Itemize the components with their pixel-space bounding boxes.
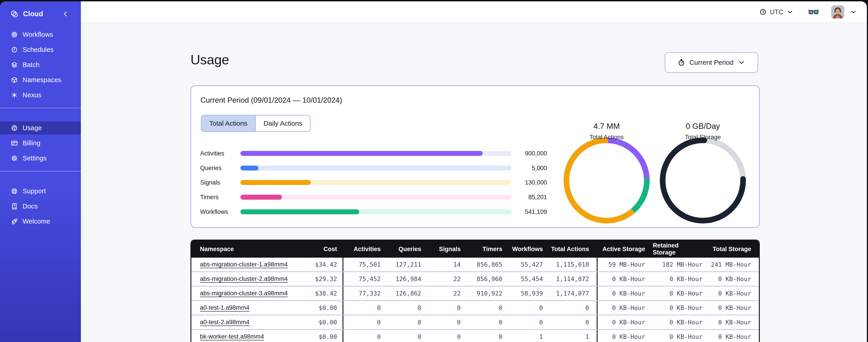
sidebar: Cloud WorkflowsSchedulesBatchNamespacesN… <box>0 1 81 342</box>
cell-ns: abs-migration-cluster-1.a98mm4 <box>191 258 290 271</box>
cell-ns: abs-migration-cluster-2.a98mm4 <box>191 272 290 286</box>
cell-act: 75,501 <box>342 258 389 271</box>
usage-icon <box>11 125 18 132</box>
column-header-sig: Signals <box>429 240 468 258</box>
table-row: abs-migration-cluster-2.a98mm4$29.3275,4… <box>191 272 759 286</box>
avatar[interactable] <box>831 5 844 19</box>
settings-icon <box>11 155 18 162</box>
sidebar-item-settings[interactable]: Settings <box>0 151 81 165</box>
sidebar-item-schedules[interactable]: Schedules <box>0 43 81 56</box>
app-window: Cloud WorkflowsSchedulesBatchNamespacesN… <box>0 1 867 342</box>
total-storage-label: Total Storage <box>685 134 721 141</box>
namespace-link[interactable]: abs-migration-cluster-1.a98mm4 <box>200 261 288 268</box>
sidebar-item-label: Nexus <box>23 91 41 99</box>
cell-ta: 1,114,872 <box>551 272 597 286</box>
bar-value: 130,000 <box>512 179 547 186</box>
sidebar-item-usage[interactable]: Usage <box>0 122 81 134</box>
cell-cost: $38.42 <box>290 286 342 300</box>
cell-qry: 0 <box>389 301 429 315</box>
cell-qry: 126,862 <box>389 286 429 300</box>
bar-fill <box>240 151 483 156</box>
sidebar-item-workflows[interactable]: Workflows <box>0 28 81 41</box>
stopwatch-icon <box>678 59 685 66</box>
cell-tim: 0 <box>468 330 510 342</box>
sidebar-item-label: Support <box>23 187 46 195</box>
cell-as: 59 MB-Hour <box>597 258 653 271</box>
cell-act: 0 <box>342 315 389 329</box>
cell-ta: 1,115,018 <box>551 258 597 271</box>
table-row: abs-migration-cluster-1.a98mm4$34.4275,5… <box>191 258 759 272</box>
cell-ta: 0 <box>551 301 597 315</box>
tab-total-actions[interactable]: Total Actions <box>202 115 256 131</box>
namespace-link[interactable]: abs-migration-cluster-3.a98mm4 <box>200 290 288 297</box>
namespace-link[interactable]: bk-worker-test.a98mm4 <box>200 333 264 340</box>
cell-cost: $0.00 <box>290 330 342 342</box>
namespace-link[interactable]: a0-test-1.a98mm4 <box>200 304 249 311</box>
bar-label: Workflows <box>200 208 240 215</box>
cell-qry: 0 <box>389 330 429 342</box>
table-header-row: NamespaceCostActivitiesQueriesSignalsTim… <box>191 240 759 258</box>
sidebar-item-batch[interactable]: Batch <box>0 58 81 71</box>
cell-tim: 0 <box>468 301 510 315</box>
sidebar-item-label: Billing <box>23 139 40 147</box>
cell-wf: 1 <box>510 330 550 342</box>
table-row: a0-test-2.a98mm4$0.000000000 KB-Hour0 KB… <box>191 315 759 330</box>
sidebar-divider <box>0 171 81 171</box>
sidebar-item-welcome[interactable]: Welcome <box>0 215 81 228</box>
sidebar-item-label: Namespaces <box>23 76 61 84</box>
bar-label: Queries <box>200 165 240 172</box>
bar-fill <box>240 195 282 200</box>
table-row: a0-test-1.a98mm4$0.000000000 KB-Hour0 KB… <box>191 301 759 315</box>
cell-ta: 1 <box>551 330 597 342</box>
cell-as: 0 KB-Hour <box>597 315 653 329</box>
cell-ns: abs-migration-cluster-3.a98mm4 <box>191 286 290 300</box>
cell-rs: 0 KB-Hour <box>653 301 710 315</box>
sidebar-collapse-button[interactable] <box>61 10 70 18</box>
cell-ta: 1,174,077 <box>551 286 597 300</box>
cell-ts: 241 MB-Hour <box>710 258 759 271</box>
sidebar-item-nexus[interactable]: Nexus <box>0 89 81 102</box>
namespace-link[interactable]: a0-test-2.a98mm4 <box>200 319 249 326</box>
column-header-qry: Queries <box>389 240 429 258</box>
brand-label: Cloud <box>23 10 61 18</box>
cell-wf: 55,454 <box>510 272 550 286</box>
timezone-label: UTC <box>770 8 783 16</box>
total-actions-value: 4.7 MM <box>593 122 620 131</box>
batch-icon <box>11 61 18 68</box>
sidebar-item-support[interactable]: Support <box>0 184 81 198</box>
column-header-rs: Retained Storage <box>653 240 710 258</box>
total-storage-donut-center: 0 GB/Day Total Storage <box>658 86 748 176</box>
namespace-link[interactable]: abs-migration-cluster-2.a98mm4 <box>200 275 288 282</box>
sidebar-item-label: Schedules <box>23 46 54 54</box>
feedback-glasses-icon[interactable] <box>809 8 818 16</box>
cell-act: 75,452 <box>342 272 389 286</box>
cell-wf: 0 <box>510 315 550 329</box>
sidebar-item-billing[interactable]: Billing <box>0 136 81 149</box>
sidebar-item-label: Batch <box>23 61 39 69</box>
cell-act: 0 <box>342 330 389 342</box>
column-header-as: Active Storage <box>597 240 653 258</box>
sidebar-item-label: Welcome <box>23 218 50 225</box>
cell-ns: bk-worker-test.a98mm4 <box>191 330 290 342</box>
sidebar-item-label: Workflows <box>23 31 53 38</box>
chevron-down-icon <box>786 8 794 15</box>
topbar: UTC <box>81 1 867 23</box>
clock-icon <box>759 8 767 15</box>
cell-tim: 856,865 <box>468 258 510 271</box>
bar-label: Timers <box>200 194 240 201</box>
timezone-picker[interactable]: UTC <box>759 8 794 16</box>
cell-sig: 22 <box>429 272 468 286</box>
period-selector-button[interactable]: Current Period <box>665 52 758 73</box>
cell-act: 77,332 <box>342 286 389 300</box>
bar-track <box>240 209 512 214</box>
account-chevron-down-icon[interactable] <box>850 8 857 15</box>
cell-wf: 58,939 <box>510 286 550 300</box>
cell-ns: a0-test-2.a98mm4 <box>191 315 290 329</box>
tab-daily-actions[interactable]: Daily Actions <box>256 115 310 131</box>
bar-fill <box>240 166 258 171</box>
sidebar-item-namespaces[interactable]: Namespaces <box>0 73 81 87</box>
sidebar-item-docs[interactable]: Docs <box>0 200 81 213</box>
bar-track <box>240 151 512 156</box>
chevron-down-icon <box>738 59 745 66</box>
bar-label: Activities <box>200 150 240 157</box>
